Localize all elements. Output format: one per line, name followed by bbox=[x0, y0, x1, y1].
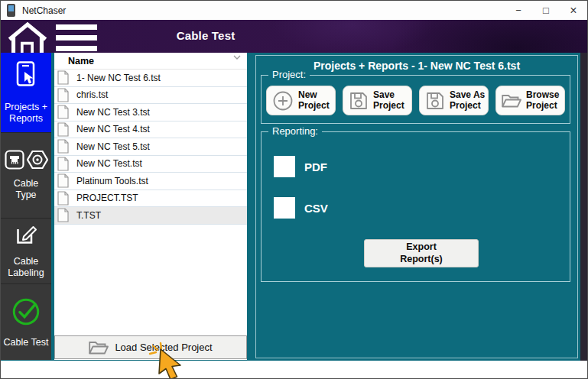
netchaser-app-icon bbox=[7, 4, 15, 17]
menu-icon[interactable] bbox=[56, 24, 97, 57]
file-name: New NC Test 4.tst bbox=[76, 124, 150, 134]
new-project-button[interactable]: New Project bbox=[266, 86, 336, 115]
file-icon bbox=[57, 208, 69, 222]
file-name: T.TST bbox=[76, 210, 101, 221]
edit-icon bbox=[15, 223, 37, 246]
file-row[interactable]: New NC Test 3.tst bbox=[54, 104, 247, 121]
pdf-checkbox-label: PDF bbox=[304, 160, 327, 173]
sidebar-item-label: Projects + Reports bbox=[2, 102, 50, 125]
project-file-list: Name 1- New NC Test 6.tst chris.tst New … bbox=[54, 53, 247, 360]
sidebar-item-cable-type[interactable]: Cable Type bbox=[1, 132, 51, 218]
window-controls: − □ × bbox=[505, 1, 587, 20]
browse-project-button[interactable]: Browse Project bbox=[495, 86, 565, 115]
save-as-project-button[interactable]: Save As Project bbox=[419, 86, 489, 115]
csv-checkbox-label: CSV bbox=[304, 202, 328, 215]
file-icon bbox=[57, 105, 69, 119]
check-circle-icon bbox=[11, 296, 41, 327]
app-header: Cable Test bbox=[1, 20, 587, 53]
project-group-legend: Project: bbox=[268, 69, 310, 80]
content-area: Projects + Reports Cable Type Cable Labe… bbox=[1, 53, 588, 361]
export-reports-button[interactable]: Export Report(s) bbox=[364, 239, 479, 267]
file-icon bbox=[57, 139, 69, 154]
home-icon[interactable] bbox=[6, 21, 49, 53]
button-label-line1: Save bbox=[373, 90, 404, 100]
projects-reports-panel: Projects + Reports - 1- New NC Test 6.ts… bbox=[253, 53, 580, 361]
file-row[interactable]: New NC Test.tst bbox=[54, 156, 247, 173]
csv-option-row: CSV bbox=[274, 197, 328, 219]
button-label-line2: Project bbox=[298, 101, 330, 111]
app-icon-screen bbox=[8, 5, 14, 11]
load-selected-project-button[interactable]: Load Selected Project bbox=[54, 335, 247, 359]
button-label-line2: Project bbox=[450, 101, 485, 111]
file-name: chris.tst bbox=[76, 89, 108, 100]
file-icon bbox=[57, 191, 69, 206]
file-icon bbox=[57, 173, 69, 188]
coax-icon bbox=[27, 150, 48, 170]
file-name: PROJECT.TST bbox=[76, 193, 138, 203]
netchaser-window: NetChaser − □ × Cable Test Projects + Re… bbox=[0, 0, 588, 379]
file-row-selected[interactable]: T.TST bbox=[54, 207, 247, 225]
projects-reports-icon bbox=[13, 61, 39, 92]
save-project-button[interactable]: Save Project bbox=[343, 86, 412, 115]
rj45-icon bbox=[5, 150, 24, 170]
file-icon bbox=[57, 88, 69, 102]
pdf-option-row: PDF bbox=[274, 156, 327, 177]
file-icon bbox=[57, 70, 69, 85]
menu-bar bbox=[56, 35, 97, 40]
file-row[interactable]: New NC Test 5.tst bbox=[54, 138, 247, 156]
button-label-line2: Project bbox=[526, 101, 559, 111]
file-icon bbox=[57, 122, 69, 137]
project-buttons-row: New Project Save Project bbox=[262, 76, 570, 115]
folder-open-icon bbox=[502, 94, 521, 108]
csv-checkbox[interactable] bbox=[274, 197, 295, 219]
file-name: New NC Test 3.tst bbox=[76, 107, 150, 118]
sidebar-item-cable-labeling[interactable]: Cable Labeling bbox=[1, 218, 51, 283]
maximize-button[interactable]: □ bbox=[532, 1, 560, 20]
file-row[interactable]: 1- New NC Test 6.tst bbox=[54, 70, 247, 87]
file-name: New NC Test.tst bbox=[76, 158, 142, 169]
sidebar-item-projects-reports[interactable]: Projects + Reports bbox=[1, 53, 51, 132]
file-name: 1- New NC Test 6.tst bbox=[76, 73, 161, 83]
button-label-line1: Browse bbox=[526, 90, 559, 100]
file-row[interactable]: New NC Test 4.tst bbox=[54, 121, 247, 139]
reporting-group: Reporting: PDF CSV Export Report(s) bbox=[261, 131, 570, 282]
project-group: Project: New Project Save Project bbox=[261, 75, 570, 124]
plus-circle-icon bbox=[272, 90, 294, 112]
file-name: New NC Test 5.tst bbox=[76, 141, 150, 152]
sidebar-item-label: Cable Test bbox=[2, 337, 50, 348]
minimize-button[interactable]: − bbox=[505, 1, 532, 20]
save-icon bbox=[349, 91, 369, 111]
reporting-group-legend: Reporting: bbox=[268, 125, 322, 137]
export-label-line1: Export bbox=[406, 241, 437, 254]
pdf-checkbox[interactable] bbox=[274, 156, 295, 177]
file-row[interactable]: PROJECT.TST bbox=[54, 190, 247, 208]
page-title: Cable Test bbox=[146, 29, 265, 42]
sidebar-item-label: Cable Type bbox=[2, 178, 50, 201]
name-column-header[interactable]: Name bbox=[68, 56, 94, 66]
load-button-label: Load Selected Project bbox=[115, 342, 212, 353]
sidebar: Projects + Reports Cable Type Cable Labe… bbox=[1, 53, 51, 360]
file-icon bbox=[57, 157, 69, 171]
file-row[interactable]: chris.tst bbox=[54, 87, 247, 105]
button-label-line2: Project bbox=[373, 101, 404, 111]
button-label-line1: Save As bbox=[450, 90, 485, 100]
file-row[interactable]: Platinum Tools.tst bbox=[54, 173, 247, 190]
folder-open-icon bbox=[89, 341, 109, 355]
export-label-line2: Report(s) bbox=[400, 254, 443, 266]
title-bar: NetChaser − □ × bbox=[1, 1, 587, 20]
window-title: NetChaser bbox=[22, 5, 66, 16]
menu-bar bbox=[56, 24, 97, 30]
file-name: Platinum Tools.tst bbox=[76, 176, 148, 186]
button-label-line1: New bbox=[298, 90, 330, 100]
close-button[interactable]: × bbox=[560, 1, 587, 20]
sidebar-item-label: Cable Labeling bbox=[2, 256, 50, 279]
sidebar-item-cable-test[interactable]: Cable Test bbox=[1, 283, 51, 360]
chevron-down-icon[interactable] bbox=[233, 55, 241, 60]
list-header: Name bbox=[54, 53, 247, 70]
menu-bar bbox=[56, 46, 97, 51]
save-icon bbox=[425, 91, 445, 111]
right-edge-strip bbox=[580, 53, 588, 361]
